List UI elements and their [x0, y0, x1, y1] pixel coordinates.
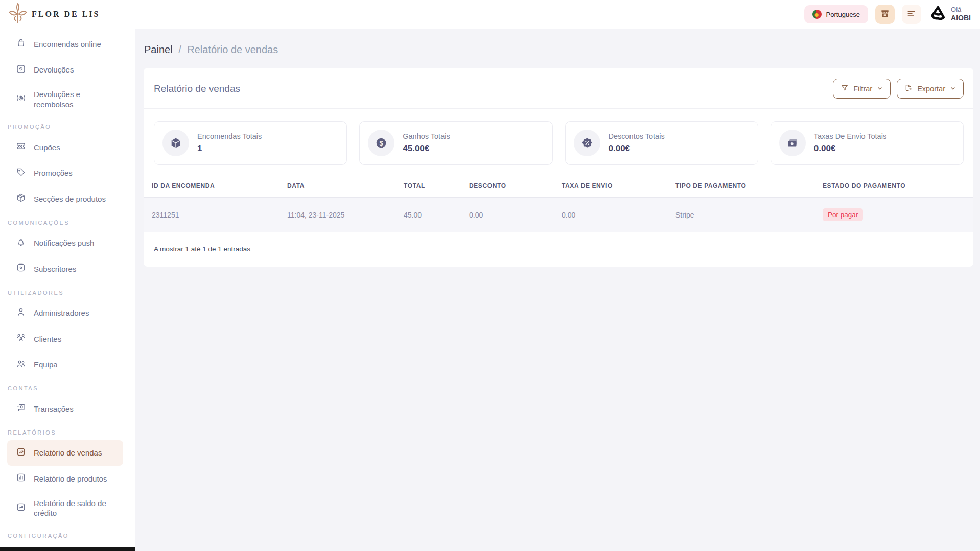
- users-group-icon: [16, 332, 26, 345]
- user-menu[interactable]: Olá AIOBI: [928, 4, 971, 25]
- sidebar-item-seccoes-produtos[interactable]: Secções de produtos: [0, 186, 135, 212]
- sidebar-scrollbar[interactable]: [0, 547, 135, 551]
- user-greeting: Olá: [951, 6, 971, 14]
- sidebar-section-configuracao: CONFIGURAÇÃO: [0, 525, 135, 543]
- main-content: Painel / Relatório de vendas Relatório d…: [135, 29, 980, 551]
- col-payment-type[interactable]: TIPO DE PAGAMENTO: [667, 179, 814, 198]
- col-payment-status[interactable]: ESTADO DO PAGAMENTO: [814, 179, 973, 198]
- storefront-button[interactable]: [875, 5, 895, 24]
- breadcrumb: Painel / Relatório de vendas: [144, 44, 973, 56]
- status-badge: Por pagar: [823, 208, 863, 221]
- col-discount[interactable]: DESCONTO: [461, 179, 553, 198]
- cube-icon: [162, 130, 189, 156]
- topbar: FLOR DE LIS Portuguese: [0, 0, 980, 29]
- sidebar-item-label: Relatório de saldo de crédito: [34, 498, 118, 518]
- table-header-row: ID DA ENCOMENDA DATA TOTAL DESCONTO TAXA…: [144, 179, 973, 198]
- menu-lines-button[interactable]: [902, 5, 921, 24]
- sidebar-item-clientes[interactable]: Clientes: [0, 326, 135, 352]
- sidebar-section-utilizadores: UTILIZADORES: [0, 282, 135, 300]
- sidebar-item-label: Relatório de produtos: [34, 474, 107, 484]
- banknotes-icon: [779, 130, 806, 156]
- sidebar-item-relatorio-saldo-credito[interactable]: Relatório de saldo de crédito: [0, 492, 135, 525]
- stats-row: Encomendas Totais 1 $ Ganhos Totais 45.0…: [144, 109, 973, 168]
- sidebar-item-administradores[interactable]: Administradores: [0, 300, 135, 326]
- dollar-coin-icon: $: [368, 130, 394, 156]
- sidebar-item-relatorio-vendas[interactable]: Relatório de vendas: [7, 440, 123, 466]
- topbar-actions: Portuguese: [804, 4, 971, 25]
- sidebar-item-label: Notificações push: [34, 238, 94, 248]
- col-shipping-fee[interactable]: TAXA DE ENVIO: [553, 179, 667, 198]
- sales-table: ID DA ENCOMENDA DATA TOTAL DESCONTO TAXA…: [144, 179, 973, 232]
- storefront-icon: [880, 9, 890, 20]
- stat-label: Ganhos Totais: [403, 132, 450, 140]
- stat-value: 0.00€: [609, 143, 665, 154]
- export-file-icon: [904, 84, 913, 93]
- sidebar-section-promocao: PROMOÇÃO: [0, 116, 135, 134]
- sidebar-section-comunicacoes: COMUNICAÇÕES: [0, 212, 135, 230]
- sidebar-item-notificacoes-push[interactable]: Notificações push: [0, 230, 135, 256]
- sales-report-card: Relatório de vendas Filtrar Exportar: [144, 68, 973, 267]
- refund-box-icon: [16, 93, 26, 106]
- cell-discount: 0.00: [461, 198, 553, 232]
- table-entries-info: A mostrar 1 até 1 de 1 entradas: [144, 232, 973, 267]
- credit-trend-icon: [16, 502, 26, 515]
- stat-value: 45.00€: [403, 143, 450, 154]
- sidebar-item-devolucoes-reembolsos[interactable]: Devoluções e reembolsos: [0, 83, 135, 116]
- sidebar-item-label: Relatório de vendas: [34, 448, 102, 458]
- sidebar-item-devolucoes[interactable]: Devoluções: [0, 57, 135, 83]
- filter-funnel-icon: [841, 84, 849, 93]
- stat-label: Taxas De Envio Totais: [814, 132, 886, 140]
- sidebar-item-subscritores[interactable]: Subscritores: [0, 256, 135, 282]
- breadcrumb-current: Relatório de vendas: [187, 44, 278, 55]
- sidebar-item-transacoes[interactable]: Transações: [0, 396, 135, 422]
- export-button[interactable]: Exportar: [897, 79, 964, 99]
- sidebar-item-relatorio-produtos[interactable]: Relatório de produtos: [0, 466, 135, 492]
- col-order-id[interactable]: ID DA ENCOMENDA: [144, 179, 279, 198]
- coupon-icon: [16, 141, 26, 154]
- stat-total-discounts: Descontos Totais 0.00€: [565, 121, 758, 165]
- portugal-flag-icon: [812, 10, 822, 19]
- sidebar-item-encomendas-online[interactable]: Encomendas online: [0, 31, 135, 57]
- sidebar-item-label: Cupões: [34, 142, 60, 153]
- user-icon: [16, 307, 26, 320]
- tag-icon: [16, 167, 26, 180]
- sidebar-item-label: Administradores: [34, 308, 89, 318]
- fleur-de-lis-icon: [7, 2, 29, 27]
- users-two-icon: [16, 358, 26, 371]
- language-selector[interactable]: Portuguese: [804, 5, 869, 23]
- stat-total-earnings: $ Ganhos Totais 45.00€: [359, 121, 552, 165]
- app: FLOR DE LIS Portuguese: [0, 0, 980, 551]
- breadcrumb-painel[interactable]: Painel: [144, 44, 173, 55]
- discount-percent-icon: [574, 130, 600, 156]
- stat-total-orders: Encomendas Totais 1: [154, 121, 347, 165]
- export-button-label: Exportar: [917, 85, 945, 93]
- card-header: Relatório de vendas Filtrar Exportar: [144, 68, 973, 109]
- table-row[interactable]: 2311251 11:04, 23-11-2025 45.00 0.00 0.0…: [144, 198, 973, 232]
- sidebar-item-cupoes[interactable]: Cupões: [0, 134, 135, 160]
- sidebar-item-label: Promoções: [34, 168, 73, 178]
- sidebar-item-label: Subscritores: [34, 264, 76, 274]
- sidebar-item-label: Encomendas online: [34, 39, 101, 50]
- stat-label: Descontos Totais: [609, 132, 665, 140]
- package-icon: [16, 193, 26, 205]
- language-label: Portuguese: [826, 11, 860, 18]
- cell-payment-type: Stripe: [667, 198, 814, 232]
- filter-button[interactable]: Filtrar: [833, 79, 891, 99]
- brand-name: FLOR DE LIS: [32, 10, 100, 19]
- sidebar-item-label: Transações: [34, 404, 74, 414]
- chevron-down-icon: [950, 85, 956, 93]
- cell-order-id: 2311251: [144, 198, 279, 232]
- filter-button-label: Filtrar: [853, 85, 872, 93]
- shopping-bag-icon: [16, 38, 26, 51]
- stat-total-shipping-fees: Taxas De Envio Totais 0.00€: [771, 121, 964, 165]
- col-total[interactable]: TOTAL: [395, 179, 461, 198]
- sidebar-item-promocoes[interactable]: Promoções: [0, 160, 135, 186]
- col-date[interactable]: DATA: [279, 179, 395, 198]
- sidebar-item-equipa[interactable]: Equipa: [0, 352, 135, 378]
- sales-chart-icon: [16, 447, 26, 460]
- brand-logo[interactable]: FLOR DE LIS: [7, 2, 100, 27]
- sidebar-item-label: Devoluções: [34, 65, 74, 75]
- user-name: AIOBI: [951, 14, 971, 23]
- svg-text:$: $: [380, 139, 384, 147]
- stat-value: 1: [197, 143, 262, 154]
